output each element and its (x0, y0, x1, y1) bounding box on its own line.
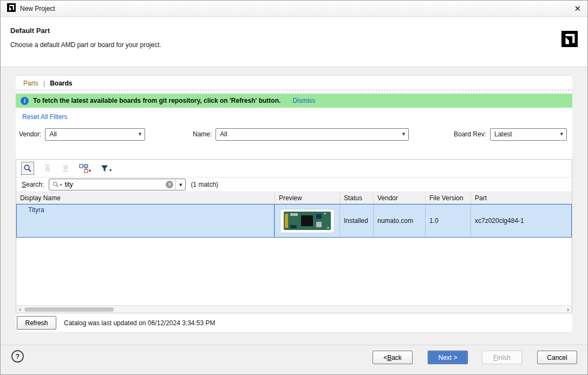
board-rev-label: Board Rev: (454, 130, 486, 138)
wizard-header: Default Part Choose a default AMD part o… (1, 17, 587, 67)
next-button[interactable]: Next > (428, 351, 468, 364)
dismiss-link[interactable]: Dismiss (292, 97, 315, 104)
expand-all-icon[interactable] (61, 164, 70, 173)
search-label: Search: (22, 181, 44, 188)
name-selected-value: All (220, 130, 227, 138)
cell-display-name: Tityra (16, 204, 275, 238)
match-count: (1 match) (191, 181, 218, 188)
cell-file-version: 1.0 (426, 204, 471, 238)
info-icon: i (21, 97, 29, 105)
name-label: Name: (193, 130, 212, 138)
board-rev-filter: Board Rev: Latest ▾ (454, 128, 567, 141)
group-columns-icon[interactable]: ▾ (79, 164, 91, 173)
help-button[interactable]: ? (11, 350, 24, 363)
catalog-status-text: Catalog was last updated on 06/12/2024 3… (64, 319, 215, 327)
filter-icon[interactable]: ▾ (100, 164, 112, 173)
board-preview-image (280, 209, 335, 233)
chevron-down-icon: ▾ (60, 182, 62, 187)
chevron-down-icon: ▾ (402, 130, 406, 137)
collapse-all-icon[interactable] (43, 164, 52, 173)
column-header-vendor[interactable]: Vendor (374, 192, 426, 203)
search-history-dropdown[interactable]: ▾ (175, 179, 185, 190)
column-header-part[interactable]: Part (471, 192, 572, 203)
content-panel: Parts | Boards i To fetch the latest ava… (16, 76, 572, 332)
name-select[interactable]: All ▾ (215, 128, 409, 141)
reset-all-filters-link[interactable]: Reset All Filters (22, 113, 67, 121)
table-toolbar: ▾ ▾ (16, 160, 572, 177)
vendor-filter: Vendor: All ▾ (19, 128, 145, 141)
name-filter: Name: All ▾ (193, 128, 409, 141)
tabs-bar: Parts | Boards (16, 76, 572, 90)
table-row[interactable]: Tityra (16, 204, 572, 238)
vendor-label: Vendor: (19, 130, 41, 138)
new-project-dialog: New Project ✕ Default Part Choose a defa… (0, 0, 588, 375)
tab-boards[interactable]: Boards (50, 80, 72, 87)
scroll-left-icon[interactable]: ‹ (16, 306, 24, 313)
search-input[interactable] (63, 179, 166, 190)
catalog-status-row: Refresh Catalog was last updated on 06/1… (17, 316, 215, 330)
vendor-select[interactable]: All ▾ (45, 128, 145, 141)
chevron-down-icon: ▾ (139, 130, 142, 137)
back-prefix: < (383, 354, 387, 361)
page-title: Default Part (10, 27, 50, 35)
back-button[interactable]: < Back (373, 351, 413, 364)
cell-part: xc7z020clg484-1 (471, 204, 572, 238)
window-title: New Project (20, 5, 55, 12)
finish-label: Finish (493, 354, 511, 361)
cancel-button[interactable]: Cancel (537, 351, 577, 364)
cell-preview (275, 204, 340, 238)
search-field[interactable]: ▾ ✕ ▾ (49, 179, 186, 190)
column-header-display-name[interactable]: Display Name (16, 192, 275, 203)
refresh-button[interactable]: Refresh (17, 316, 56, 330)
scroll-right-icon[interactable]: › (564, 306, 572, 313)
page-subtitle: Choose a default AMD part or board for y… (10, 41, 161, 49)
finish-button[interactable]: Finish (482, 351, 522, 364)
footer-separator (1, 345, 587, 345)
chevron-down-icon: ▾ (109, 168, 112, 173)
search-icon (53, 181, 59, 188)
column-header-preview[interactable]: Preview (275, 192, 340, 203)
filters-row: Vendor: All ▾ Name: All ▾ Board Rev: Lat… (16, 128, 572, 141)
back-label: Back (387, 354, 402, 361)
vendor-selected-value: All (49, 130, 56, 138)
column-header-file-version[interactable]: File Version (426, 192, 471, 203)
horizontal-scrollbar[interactable]: ‹ › (16, 305, 572, 313)
amd-logo-icon (7, 3, 16, 14)
clear-search-icon[interactable]: ✕ (166, 181, 173, 188)
tab-parts[interactable]: Parts (23, 80, 38, 87)
scrollbar-thumb[interactable] (24, 307, 114, 312)
banner-text: To fetch the latest available boards fro… (33, 97, 280, 104)
tab-separator: | (43, 80, 45, 87)
search-field-icon-zone: ▾ (49, 181, 63, 188)
column-header-status[interactable]: Status (340, 192, 374, 203)
table-rows-area: Tityra (16, 204, 572, 305)
cell-status: Installed (340, 204, 374, 238)
chevron-down-icon: ▾ (89, 169, 91, 173)
chevron-down-icon: ▾ (560, 130, 563, 137)
titlebar: New Project ✕ (1, 1, 587, 17)
cell-vendor: numato.com (374, 204, 426, 238)
board-rev-select[interactable]: Latest ▾ (490, 128, 567, 141)
board-table-container: ▾ ▾ Search: ▾ ✕ ▾ (1 matc (16, 159, 572, 313)
search-icon[interactable] (21, 162, 34, 175)
amd-logo-large-icon (561, 31, 578, 49)
board-rev-selected-value: Latest (494, 130, 512, 138)
table-header-row: Display Name Preview Status Vendor File … (16, 192, 572, 204)
close-icon[interactable]: ✕ (574, 4, 581, 14)
search-row: Search: ▾ ✕ ▾ (1 match) (16, 177, 572, 192)
info-banner: i To fetch the latest available boards f… (16, 94, 572, 108)
